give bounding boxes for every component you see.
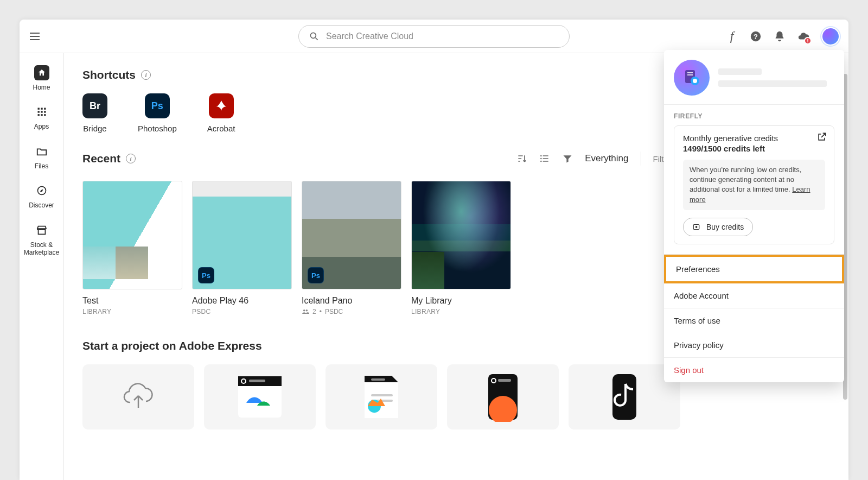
card-title: Test [82, 296, 182, 306]
card-thumbnail [82, 181, 182, 289]
compass-icon [34, 183, 49, 198]
express-card-document[interactable] [326, 364, 437, 430]
svg-rect-9 [37, 108, 39, 110]
svg-rect-26 [371, 378, 385, 381]
nav-item-stock[interactable]: Stock & Marketplace [20, 223, 63, 257]
buy-credits-button[interactable]: Buy credits [683, 218, 753, 236]
search-input[interactable] [326, 31, 559, 41]
card-subtitle: LIBRARY [411, 308, 511, 315]
express-card-instagram-post[interactable] [204, 364, 316, 430]
search-field[interactable] [298, 25, 570, 48]
recent-card[interactable]: Test LIBRARY [82, 181, 182, 315]
menu-item-terms[interactable]: Terms of use [664, 308, 844, 333]
photoshop-badge-icon: Ps [198, 267, 214, 283]
menu-item-privacy[interactable]: Privacy policy [664, 333, 844, 357]
help-icon: ? [750, 30, 762, 42]
buy-credits-label: Buy credits [706, 223, 744, 231]
svg-rect-32 [498, 379, 511, 382]
card-title: Iceland Pano [302, 296, 401, 306]
card-subtitle: LIBRARY [82, 308, 182, 315]
document-icon [352, 372, 411, 421]
sort-button[interactable] [516, 153, 527, 164]
collaborators-icon [302, 308, 309, 315]
folder-icon [34, 144, 49, 159]
popover-header [664, 50, 844, 104]
firefly-label: FIREFLY [674, 112, 834, 120]
list-view-button[interactable] [539, 153, 550, 164]
menu-item-signout[interactable]: Sign out [664, 358, 844, 382]
recent-card[interactable]: My Library LIBRARY [411, 181, 511, 315]
svg-text:?: ? [754, 32, 758, 40]
credits-title: Monthly generative credits [683, 134, 825, 143]
svg-point-7 [693, 79, 697, 83]
filter-button[interactable] [562, 153, 573, 164]
svg-rect-4 [687, 72, 693, 73]
search-icon [309, 31, 320, 42]
menu-item-adobe-account[interactable]: Adobe Account [664, 283, 844, 308]
account-avatar-button[interactable] [821, 27, 840, 46]
firefly-section: FIREFLY Monthly generative credits 1499/… [664, 104, 844, 254]
express-card-upload[interactable] [82, 364, 194, 430]
nav-item-apps[interactable]: Apps [20, 104, 63, 130]
bridge-app-icon: Br [82, 93, 107, 118]
info-icon[interactable]: i [141, 70, 151, 80]
credits-box: Monthly generative credits 1499/1500 cre… [674, 125, 834, 244]
svg-rect-5 [687, 74, 693, 75]
menu-item-preferences[interactable]: Preferences [664, 255, 844, 283]
svg-point-20 [540, 158, 542, 160]
nav-item-files[interactable]: Files [20, 144, 63, 170]
recent-title: Recent [82, 152, 120, 165]
top-bar: f ? ! [20, 20, 848, 53]
card-meta: 2 • PSDC [302, 308, 401, 315]
nav-label-home: Home [33, 84, 50, 91]
card-title: My Library [411, 296, 511, 306]
card-thumbnail: Ps [302, 181, 401, 289]
svg-rect-11 [44, 108, 46, 110]
svg-rect-14 [44, 111, 46, 113]
alert-badge-icon: ! [804, 37, 812, 45]
avatar-illustration-icon [682, 68, 701, 87]
card-subtitle: PSDC [325, 308, 343, 315]
popover-menu: Preferences Adobe Account Terms of use P… [664, 254, 844, 382]
shortcut-photoshop[interactable]: Ps Photoshop [138, 93, 177, 133]
acrobat-app-icon [209, 93, 234, 118]
open-external-button[interactable] [816, 131, 827, 142]
credits-value: 1499/1500 credits left [683, 144, 825, 153]
app-window: f ? ! [20, 20, 848, 480]
shortcuts-title: Shortcuts [82, 68, 136, 81]
recent-card[interactable]: Ps Adobe Play 46 PSDC [192, 181, 292, 315]
card-thumbnail [411, 181, 511, 289]
svg-rect-13 [41, 111, 42, 113]
shortcut-bridge[interactable]: Br Bridge [82, 93, 107, 133]
info-icon[interactable]: i [126, 154, 136, 163]
apps-grid-icon [34, 104, 49, 119]
card-thumbnail: Ps [192, 181, 292, 289]
help-button[interactable]: ? [750, 30, 762, 42]
express-title: Start a project on Adobe Express [82, 339, 262, 352]
notifications-button[interactable] [774, 30, 786, 42]
shortcut-label: Photoshop [138, 124, 177, 133]
sort-icon [516, 153, 527, 165]
recent-header: Recent i [82, 152, 136, 165]
cloud-upload-icon [119, 377, 158, 416]
filter-scope[interactable]: Everything [585, 153, 628, 164]
open-external-icon [816, 131, 827, 142]
social-post-icon [227, 373, 292, 421]
shortcut-label: Bridge [83, 124, 106, 133]
nav-item-discover[interactable]: Discover [20, 183, 63, 209]
shortcut-acrobat[interactable]: Acrobat [207, 93, 235, 133]
hamburger-menu-button[interactable] [28, 30, 41, 43]
card-title: Adobe Play 46 [192, 296, 292, 306]
recent-card[interactable]: Ps Iceland Pano 2 • PSDC [302, 181, 401, 315]
cloud-sync-button[interactable]: ! [797, 30, 809, 42]
popover-userinfo [718, 68, 834, 87]
express-card-instagram-story[interactable] [447, 364, 559, 430]
nav-item-home[interactable]: Home [20, 65, 63, 91]
collab-count: 2 [312, 308, 316, 315]
hamburger-icon [28, 30, 41, 43]
svg-rect-12 [37, 111, 39, 113]
bell-icon [774, 30, 786, 42]
fonts-button[interactable]: f [726, 30, 738, 42]
svg-rect-16 [41, 115, 42, 116]
svg-point-0 [310, 33, 316, 38]
